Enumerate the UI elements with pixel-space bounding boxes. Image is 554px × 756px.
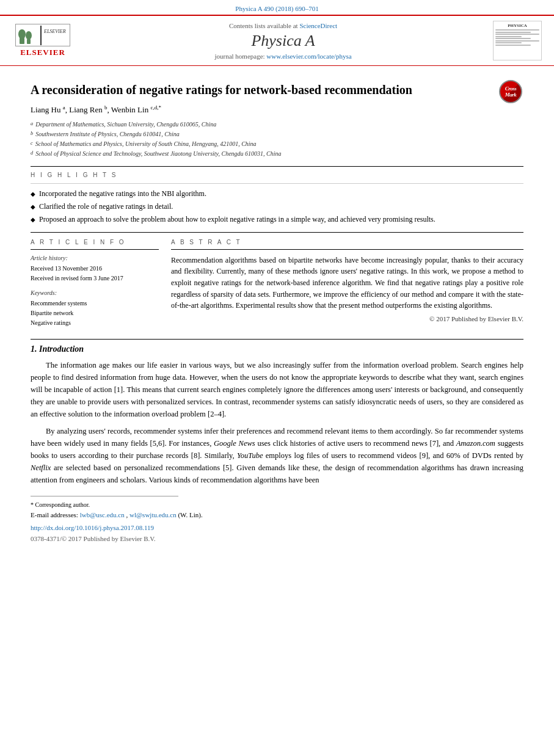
affil-sup-a: a — [31, 120, 33, 129]
contents-line: Contents lists available at ScienceDirec… — [73, 22, 493, 29]
revised-date: Received in revised form 3 June 2017 — [31, 274, 159, 283]
elsevier-logo: ELSEVIER ELSEVIER — [12, 24, 73, 57]
affil-text-a: Department of Mathematics, Sichuan Unive… — [35, 120, 216, 129]
affil-b: b Southwestern Institute of Physics, Che… — [31, 129, 523, 139]
divider-2 — [31, 232, 523, 233]
divider-highlights — [31, 183, 523, 184]
affil-c: c School of Mathematics and Physics, Uni… — [31, 139, 523, 149]
star-note-text: * Corresponding author. — [31, 501, 90, 508]
article-body: CrossMark A reconsideration of negative … — [0, 66, 554, 545]
col-divider-abstract — [171, 249, 523, 250]
affil-text-c: School of Mathematics and Physics, Unive… — [35, 139, 257, 149]
keyword-2: Bipartite network — [31, 308, 159, 318]
thumb-lines — [495, 29, 539, 46]
email2-link[interactable]: wl@swjtu.edu.cn — [129, 511, 177, 518]
author-sup-b: b — [104, 104, 108, 111]
journal-thumbnail: PHYSICA — [493, 21, 542, 60]
keyword-1: Recommender systems — [31, 299, 159, 308]
journal-header: ELSEVIER ELSEVIER Contents lists availab… — [0, 15, 554, 66]
affiliations: a Department of Mathematics, Sichuan Uni… — [31, 120, 523, 159]
two-col-section: A R T I C L E I N F O Article history: R… — [31, 239, 523, 328]
homepage-line: journal homepage: www.elsevier.com/locat… — [73, 53, 493, 60]
affil-d: d School of Physical Science and Technol… — [31, 149, 523, 159]
highlights-section: H I G H L I G H T S ◆ Incorporated the n… — [31, 172, 523, 224]
affil-sup-c: c — [31, 139, 33, 149]
email-line: E-mail addresses: lwb@usc.edu.cn , wl@sw… — [31, 510, 523, 521]
crossmark-badge: CrossMark — [499, 80, 523, 104]
crossmark-icon: CrossMark — [499, 80, 522, 103]
elsevier-label-text: ELSEVIER — [20, 48, 65, 57]
bullet-2: ◆ — [31, 203, 35, 211]
journal-ref: Physica A 490 (2018) 690–701 — [0, 0, 554, 15]
bullet-1: ◆ — [31, 190, 35, 198]
elsevier-tree-icon: ELSEVIER — [18, 26, 67, 45]
sciencedirect-link[interactable]: ScienceDirect — [299, 22, 337, 29]
header-center: Contents lists available at ScienceDirec… — [73, 22, 493, 60]
email1-link[interactable]: lwb@usc.edu.cn — [80, 511, 125, 518]
page-container: Physica A 490 (2018) 690–701 ELSEVIER EL… — [0, 0, 554, 756]
highlight-item-2: ◆ Clarified the role of negative ratings… — [31, 202, 523, 212]
doi-line: http://dx.doi.org/10.1016/j.physa.2017.0… — [31, 523, 523, 534]
section-title: Introduction — [39, 344, 84, 354]
email-label: E-mail addresses: — [31, 511, 78, 518]
history-label: Article history: — [31, 255, 159, 261]
abstract-col: A B S T R A C T Recommendation algorithm… — [171, 239, 523, 328]
keywords-section: Keywords: Recommender systems Bipartite … — [31, 289, 159, 328]
highlight-text-2: Clarified the role of negative ratings i… — [39, 202, 173, 212]
article-info-col: A R T I C L E I N F O Article history: R… — [31, 239, 159, 328]
author-sup-cd: c,d,* — [150, 104, 161, 111]
divider-intro — [31, 339, 523, 340]
affil-text-d: School of Physical Science and Technolog… — [35, 149, 281, 159]
affil-sup-d: d — [31, 149, 33, 159]
abstract-text: Recommendation algorithms based on bipar… — [171, 255, 523, 311]
affil-a: a Department of Mathematics, Sichuan Uni… — [31, 120, 523, 129]
footnote-section: * Corresponding author. E-mail addresses… — [31, 500, 523, 545]
svg-point-3 — [26, 31, 32, 40]
highlight-text-3: Proposed an approach to solve the proble… — [39, 214, 436, 225]
article-title: A reconsideration of negative ratings fo… — [31, 82, 523, 98]
bullet-3: ◆ — [31, 216, 35, 224]
affil-sup-b: b — [31, 129, 33, 139]
highlight-item-1: ◆ Incorporated the negative ratings into… — [31, 189, 523, 199]
svg-text:ELSEVIER: ELSEVIER — [43, 29, 66, 34]
svg-point-1 — [18, 29, 26, 39]
affil-text-b: Southwestern Institute of Physics, Cheng… — [35, 129, 180, 139]
contents-label: Contents lists available at — [229, 22, 298, 29]
introduction-section: 1. Introduction The information age make… — [31, 339, 523, 486]
homepage-url-link[interactable]: www.elsevier.com/locate/physa — [266, 53, 351, 60]
authors-line: Liang Hu a, Liang Ren b, Wenbin Lin c,d,… — [31, 104, 523, 115]
journal-title: Physica A — [73, 32, 493, 50]
svg-rect-2 — [27, 39, 31, 44]
keywords-label: Keywords: — [31, 289, 159, 296]
received-date: Received 13 November 2016 — [31, 264, 159, 274]
svg-rect-4 — [40, 26, 42, 45]
highlight-item-3: ◆ Proposed an approach to solve the prob… — [31, 214, 523, 225]
divider-1 — [31, 166, 523, 167]
section-number: 1. — [31, 344, 37, 354]
issn-line: 0378-4371/© 2017 Published by Elsevier B… — [31, 534, 523, 545]
abstract-title: A B S T R A C T — [171, 239, 523, 245]
doi-text[interactable]: http://dx.doi.org/10.1016/j.physa.2017.0… — [31, 524, 154, 531]
homepage-label: journal homepage: — [214, 53, 264, 60]
intro-heading: 1. Introduction — [31, 344, 523, 354]
author-sup-a: a — [63, 104, 65, 111]
journal-ref-text: Physica A 490 (2018) 690–701 — [235, 5, 318, 12]
copyright-line: © 2017 Published by Elsevier B.V. — [171, 315, 523, 322]
highlights-title: H I G H L I G H T S — [31, 172, 523, 178]
intro-paragraph-2: By analyzing users' records, recommender… — [31, 425, 523, 486]
email-author: (W. Lin). — [178, 511, 202, 518]
intro-paragraph-1: The information age makes our life easie… — [31, 359, 523, 420]
star-note: * Corresponding author. — [31, 500, 523, 510]
footnote-divider — [31, 496, 178, 496]
highlight-text-1: Incorporated the negative ratings into t… — [39, 189, 206, 199]
col-divider-info — [31, 249, 159, 250]
logo-box: ELSEVIER — [15, 24, 70, 46]
issn-text: 0378-4371/© 2017 Published by Elsevier B… — [31, 535, 156, 542]
keyword-3: Negative ratings — [31, 318, 159, 328]
article-info-title: A R T I C L E I N F O — [31, 239, 159, 245]
